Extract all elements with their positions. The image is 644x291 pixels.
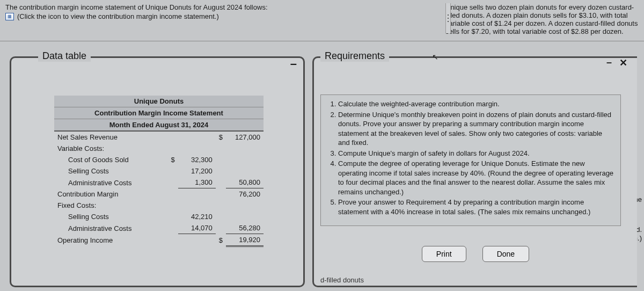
table-icon[interactable]: ▦: [5, 13, 14, 20]
list-item: Compute Unique's margin of safety in dol…: [338, 149, 615, 158]
table-row: Variable Costs:: [54, 143, 264, 154]
value: 32,300: [178, 154, 216, 165]
label: Fixed Costs:: [54, 200, 168, 211]
data-table-title: Data table: [38, 50, 91, 62]
dollar: $: [216, 132, 226, 143]
button-row: Print Done: [314, 246, 637, 262]
list-item: Determine Unique's monthly breakeven poi…: [338, 110, 615, 148]
stmt-header-3: Month Ended August 31, 2024: [54, 119, 264, 132]
label: Contribution Margin: [54, 188, 168, 200]
dollar: $: [216, 234, 226, 246]
dollar: $: [168, 154, 178, 165]
value: 14,070: [178, 222, 216, 234]
label: Selling Costs: [54, 211, 168, 222]
label: Variable Costs:: [54, 143, 168, 154]
table-row: Operating Income $ 19,920: [54, 234, 264, 246]
table-row: Net Sales Revenue $ 127,000: [54, 132, 264, 143]
intro-block: The contribution margin income statement…: [5, 3, 424, 35]
income-statement: Unique Donuts Contribution Margin Income…: [54, 96, 264, 246]
table-row: Selling Costs 42,210: [54, 211, 264, 222]
value: 76,200: [226, 188, 264, 200]
list-item: Compute the degree of operating leverage…: [338, 159, 615, 197]
value: 19,920: [226, 234, 264, 246]
list-item: Prove your answer to Requirement 4 by pr…: [338, 198, 615, 216]
requirements-list: Calculate the weighted-average contribut…: [338, 99, 615, 217]
divider-icon: [445, 3, 451, 33]
top-bar: The contribution margin income statement…: [0, 0, 644, 41]
intro-line-1: The contribution margin income statement…: [5, 3, 268, 11]
table-row: Fixed Costs:: [54, 200, 264, 211]
value: 127,000: [226, 132, 264, 143]
cursor-icon: ↖: [432, 53, 438, 61]
stmt-table: Net Sales Revenue $ 127,000 Variable Cos…: [54, 132, 264, 246]
value: 56,280: [226, 222, 264, 234]
close-icon[interactable]: ✕: [619, 57, 627, 69]
data-table-panel: Data table – Unique Donuts Contribution …: [10, 56, 305, 287]
table-row: Cost of Goods Sold $ 32,300: [54, 154, 264, 165]
stmt-header-2: Contribution Margin Income Statement: [54, 107, 264, 119]
requirements-title: Requirements: [320, 50, 389, 62]
requirements-body: Calculate the weighted-average contribut…: [320, 94, 621, 226]
intro-line-2: (Click the icon to view the contribution…: [17, 12, 219, 20]
minimize-icon[interactable]: –: [290, 57, 297, 71]
list-item: Calculate the weighted-average contribut…: [338, 99, 615, 109]
label: Administrative Costs: [54, 177, 168, 188]
label: Selling Costs: [54, 165, 168, 177]
value: 1,300: [178, 177, 216, 188]
table-row: Selling Costs 17,200: [54, 165, 264, 177]
clipped-text: d-filled donuts: [320, 276, 364, 284]
label: Administrative Costs: [54, 222, 168, 234]
value: 17,200: [178, 165, 216, 177]
label: Operating Income: [54, 234, 168, 246]
value: 50,800: [226, 177, 264, 188]
print-button[interactable]: Print: [422, 246, 466, 262]
table-row: Administrative Costs 14,070 56,280: [54, 222, 264, 234]
requirements-panel: Requirements ↖ – ✕ Calculate the weighte…: [312, 56, 637, 287]
label: Net Sales Revenue: [54, 132, 168, 143]
table-row: Contribution Margin 76,200: [54, 188, 264, 200]
done-button[interactable]: Done: [482, 246, 529, 262]
scenario-text: Unique sells two dozen plain donuts for …: [445, 3, 639, 35]
value: 42,210: [178, 211, 216, 222]
stmt-header-1: Unique Donuts: [54, 96, 264, 107]
table-row: Administrative Costs 1,300 50,800: [54, 177, 264, 188]
minimize-icon[interactable]: –: [606, 57, 612, 69]
label: Cost of Goods Sold: [54, 154, 168, 165]
